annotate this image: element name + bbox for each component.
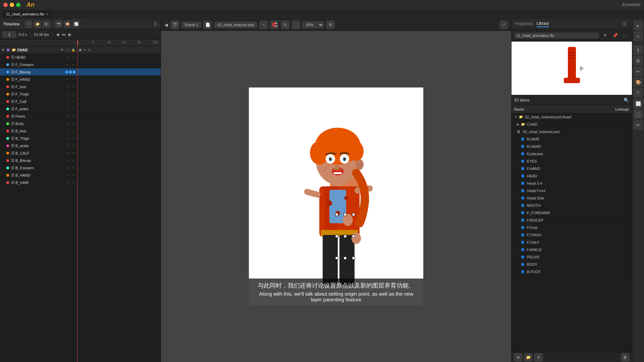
onion-btn[interactable]: 🧅 [64,21,71,27]
character-illustration [286,99,386,294]
lib-item-bhair[interactable]: 🔵 B.HAIR [512,135,632,143]
fhand-label: F.HAND [527,167,632,171]
zoom-selector[interactable]: 60% 100% 50% [303,21,324,28]
new-folder-btn[interactable]: 📁 [34,21,41,27]
props-btn[interactable]: ℹ [534,353,542,361]
layer-row-fbiscep[interactable]: 🖼 F_Biscep [0,68,161,76]
maximize-button[interactable] [16,3,20,7]
layer-row-pelvis[interactable]: 🖼 Pelvis • • [0,113,161,120]
lib-item-fhand[interactable]: 🔵 F.HAND [512,165,632,172]
frame-input[interactable]: 1 [3,32,16,38]
layer-row-bbiscep[interactable]: 🖼 B_Biscep • • [0,157,161,164]
lib-item-head-side[interactable]: 🔵 Head Side [512,194,632,202]
align-btn[interactable]: ⊟ [281,21,289,29]
lib-item-bhand[interactable]: 🔵 B.HAND [512,143,632,150]
lib-item-head-front[interactable]: 🔵 Head Front [512,187,632,194]
canvas-frame[interactable]: 与此同时，我们还将讨论设置原点以及新的图层养育功能、 Along with th… [161,31,511,362]
pencil-tool-btn[interactable]: ✏ [634,120,643,130]
layer-row-fthigh[interactable]: 🖼 F_Thigh • • [0,90,161,98]
layer-row-bfoot[interactable]: 🖼 B_foot • • [0,127,161,135]
minimize-button[interactable] [10,3,14,7]
lib-item-fthigh[interactable]: 🔵 F.THIGH [512,231,632,239]
panel-menu-btn[interactable]: ☰ [621,20,629,28]
isolate-btn[interactable]: ◯ [65,48,70,52]
select-tool-btn[interactable]: ▸ [634,21,643,30]
timeline-expand-btn[interactable]: ☰ [154,22,157,26]
new-layer-btn[interactable]: + [25,21,32,27]
stage-icon-btn[interactable]: 🎬 [171,21,179,29]
lib-item-head34[interactable]: 🔵 Head 3-4 [512,180,632,187]
file-tab[interactable]: 11_chad_animatecc.fla ✕ [3,11,52,17]
delete-symbol-btn[interactable]: 🗑 [621,353,629,361]
view-btn[interactable]: ⬚ [292,21,300,29]
layer-group-chad[interactable]: ▼ 📁 CHAD 👁 ◯ 🔒 [0,46,161,54]
layer-row-bankle[interactable]: 🖼 B_ankle • • [0,142,161,149]
lock-btn[interactable]: 🔒 [71,48,75,52]
layer-row-forearm[interactable]: 🖼 F_Forearm • • [0,61,161,68]
close-button[interactable] [3,3,8,7]
layer-row-bhair[interactable]: 🖼 B_HAIR • • [0,179,161,186]
lib-item-asset-folder[interactable]: ▼ 📁 02_chad_reduced.psd Asset [512,113,632,121]
tab-properties[interactable]: Properties [515,21,533,27]
tab-close-icon[interactable]: ✕ [46,12,49,16]
library-search-btn[interactable]: 🔍 [624,98,629,103]
brush-tool-btn[interactable]: ✏ [634,67,643,76]
pin-icon[interactable]: 📌 [611,32,619,40]
back-nav-btn[interactable]: ◀ [164,22,168,27]
expand-icon[interactable]: ▶ [517,122,520,126]
lib-item-fforearm[interactable]: 🔵 F_FOREARM [512,209,632,217]
new-symbol-btn[interactable]: ⊕ [514,353,522,361]
layer-row-body[interactable]: 🖼 Body • • [0,120,161,127]
camera-btn[interactable]: 📷 [55,21,62,27]
lib-item-head[interactable]: 🔵 HEAD [512,172,632,180]
lib-item-body[interactable]: 🔵 BODY [512,261,632,268]
layer-row-bhand[interactable]: 🖼 B_HAND • • [0,172,161,179]
layer-row-fcalf[interactable]: 🖼 F_Calf • • [0,98,161,105]
layer-row-bcalf[interactable]: 🖼 B_CALF • • [0,149,161,157]
layer-row-head[interactable]: 🖼 HEAD • • [0,54,161,61]
layer-row-ffoot[interactable]: 🖼 F_foot • • [0,83,161,90]
visibility-btn[interactable]: 👁 [59,48,64,52]
settings-btn[interactable]: ⚙ [326,21,334,29]
prev-frame-btn[interactable]: ◀ [56,32,59,37]
pelvis-layer-label: Pelvis [15,114,64,118]
color-tool-btn[interactable]: 🎨 [634,77,643,87]
lib-item-eyes[interactable]: 🔵 EYES [512,158,632,165]
layer-row-fhand[interactable]: 🖼 F_HAND • • [0,76,161,83]
lib-item-mouth[interactable]: 🔵 MOUTH [512,202,632,209]
transform-btn[interactable]: ⤡ [260,21,268,29]
lib-item-bfoot[interactable]: 🔵 B.FOOT [512,268,632,276]
graph-btn[interactable]: 📈 [73,21,79,27]
circle-tool-btn[interactable]: ◯ [634,110,643,119]
file-icon-btn[interactable]: 📄 [204,21,212,29]
lib-item-pelvis[interactable]: 🔵 PELVIS [512,253,632,261]
delete-layer-btn[interactable]: 🗑 [43,21,50,27]
rewind-btn[interactable]: ⏮ [62,32,66,37]
info-tool-btn[interactable]: ℹ [634,45,643,55]
bhand-layer-label: B_HAND [15,173,64,177]
grid-tool-btn[interactable]: ⊞ [634,56,643,65]
new-tab-icon[interactable]: ⬚ [621,32,629,40]
lib-item-fankle[interactable]: 🔵 F.ANKLE [512,246,632,253]
lib-item-psd[interactable]: 🖼 02_chad_reduced.psd [512,128,632,135]
lib-item-fbiscep[interactable]: 🔵 F.BISCEP [512,217,632,224]
dropdown-icon[interactable]: ▼ [601,32,609,40]
expand-icon[interactable]: ▼ [514,115,518,119]
lib-item-chad-folder[interactable]: ▶ 📁 CHAD [512,121,632,128]
text-tool-btn[interactable]: T [634,88,643,98]
layer-row-bthigh[interactable]: 🖼 B_Thigh • • [0,135,161,142]
new-folder-btn[interactable]: 📁 [524,353,532,361]
lib-item-eyebrows[interactable]: 🔵 Eyebrows [512,150,632,158]
snap-btn[interactable]: 🧲 [270,21,278,29]
tab-library[interactable]: Library [537,21,549,27]
file-selector[interactable]: 02_chad_reduced.psd [214,22,257,28]
scene-selector[interactable]: Scene 1 [181,22,201,28]
lib-item-ffoot[interactable]: 🔵 F.Foot [512,224,632,231]
rect-tool-btn[interactable]: ⬜ [634,99,643,108]
layer-row-fankle[interactable]: 🖼 F_ankle • • [0,105,161,113]
lib-item-fcalf[interactable]: 🔵 F.CALF [512,239,632,246]
expand-canvas-btn[interactable]: ⤢ [500,21,508,29]
next-frame-btn[interactable]: ▶ [68,32,71,37]
layer-row-bforearm[interactable]: 🖼 B_Forearm • • [0,164,161,172]
transform-tool-btn[interactable]: ⤡ [634,32,643,41]
